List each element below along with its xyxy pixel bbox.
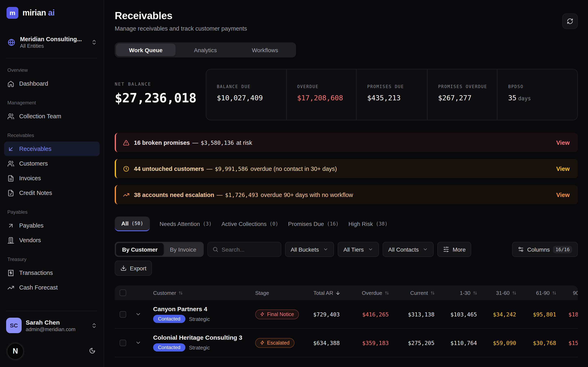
filter-high-risk[interactable]: High Risk(38)	[348, 217, 388, 231]
contacts-dropdown[interactable]: All Contacts	[383, 242, 434, 257]
col-overdue[interactable]: Overdue	[341, 290, 389, 296]
col-stage[interactable]: Stage	[255, 290, 299, 296]
table-row[interactable]: Sage Hill Advisory 4	[115, 357, 578, 367]
customer-name[interactable]: Colonial Heritage Consulting 3	[153, 334, 255, 341]
stat-promises-due: PROMISES DUE $435,213	[356, 69, 427, 120]
tiers-dropdown[interactable]: All Tiers	[338, 242, 379, 257]
search-icon	[212, 246, 218, 252]
chevrons-up-down-icon	[91, 322, 97, 328]
org-switcher[interactable]: Meridian Consulting... All Entities	[4, 34, 100, 50]
sidebar-item-label: Invoices	[19, 175, 41, 182]
sidebar-item-vendors[interactable]: Vendors	[4, 233, 100, 248]
sidebar-item-customers[interactable]: Customers	[4, 156, 100, 171]
sidebar-item-label: Dashboard	[19, 80, 48, 87]
receivables-table: Customer Stage Total AR Overdue Current …	[115, 285, 578, 367]
alert-view-link[interactable]: View	[556, 192, 570, 198]
file-check-icon	[7, 189, 14, 196]
brand-name-accent: ai	[48, 8, 55, 17]
col-31-60[interactable]: 31-60	[478, 290, 517, 296]
stage-badge: Escalated	[255, 338, 294, 348]
moon-icon[interactable]	[89, 347, 95, 354]
cell-overdue: $359,183	[341, 340, 389, 346]
sidebar-item-dashboard[interactable]: Dashboard	[4, 76, 100, 91]
expand-row-chevron-icon[interactable]	[131, 311, 145, 317]
sort-icon	[430, 290, 435, 295]
alert-view-link[interactable]: View	[556, 139, 570, 146]
row-checkbox[interactable]	[120, 311, 126, 317]
sidebar-item-receivables[interactable]: Receivables	[4, 142, 100, 156]
alert-lead: 44 untouched customers	[134, 165, 204, 172]
col-customer[interactable]: Customer	[145, 290, 255, 296]
filter-promises-due[interactable]: Promises Due(16)	[288, 217, 339, 231]
sidebar-item-transactions[interactable]: Transactions	[4, 266, 100, 280]
col-total-ar[interactable]: Total AR	[299, 290, 341, 296]
sidebar: m mirian ai Meridian Consulting... All E…	[0, 0, 104, 367]
sidebar-item-cash-forecast[interactable]: Cash Forecast	[4, 280, 100, 295]
search-input[interactable]	[222, 246, 276, 253]
row-checkbox[interactable]	[120, 340, 126, 346]
buckets-dropdown[interactable]: All Buckets	[285, 242, 334, 257]
sidebar-item-credit-notes[interactable]: Credit Notes	[4, 185, 100, 200]
alert-detail: overdue (no contact in 30+ days)	[251, 165, 337, 172]
stat-label: BALANCE DUE	[217, 84, 286, 89]
col-61-90[interactable]: 61-90	[517, 290, 557, 296]
cell-total-ar: $634,388	[299, 340, 341, 346]
status-badge: Contacted	[153, 315, 185, 323]
user-name: Sarah Chen	[26, 319, 76, 325]
sidebar-item-label: Cash Forecast	[19, 284, 58, 291]
table-row[interactable]: Canyon Partners 4 Contacted Strategic Fi…	[115, 300, 578, 329]
tab-analytics[interactable]: Analytics	[176, 44, 235, 56]
sidebar-nav: Overview Dashboard Management Collection…	[0, 67, 104, 295]
chevrons-up-down-icon	[91, 39, 97, 45]
dev-tools-badge[interactable]: N	[7, 343, 24, 360]
cell-90-plus: $15	[557, 340, 578, 346]
sidebar-item-invoices[interactable]: Invoices	[4, 171, 100, 185]
cell-31-60: $34,242	[478, 311, 517, 317]
columns-button[interactable]: Columns 16/16	[512, 242, 578, 257]
refresh-icon	[567, 18, 573, 25]
filter-all[interactable]: All(50)	[115, 217, 150, 231]
sidebar-item-collection-team[interactable]: Collection Team	[4, 109, 100, 124]
stage-badge: Final Notice	[255, 309, 299, 319]
alert-untouched-customers: 44 untouched customers — $9,991,586 over…	[115, 159, 578, 178]
user-menu[interactable]: SC Sarah Chen admin@meridian.com	[6, 318, 100, 333]
col-current[interactable]: Current	[389, 290, 435, 296]
tab-work-queue[interactable]: Work Queue	[116, 44, 176, 56]
alert-amount: $9,991,586	[215, 165, 248, 172]
refresh-button[interactable]	[562, 13, 578, 29]
sidebar-item-label: Customers	[19, 160, 48, 167]
brand-name: mirian ai	[22, 8, 54, 17]
alert-amount: $1,726,493	[225, 192, 258, 198]
tab-workflows[interactable]: Workflows	[235, 44, 295, 56]
alert-view-link[interactable]: View	[556, 165, 570, 172]
tier-label: Strategic	[189, 344, 210, 350]
cell-total-ar: $729,403	[299, 311, 341, 317]
export-button[interactable]: Export	[115, 261, 152, 276]
stat-balance-due: BALANCE DUE $10,027,409	[206, 69, 286, 120]
col-90-plus[interactable]: 90+	[557, 290, 578, 296]
arrow-up-right-icon	[7, 222, 14, 229]
sidebar-item-payables[interactable]: Payables	[4, 218, 100, 233]
brand: m mirian ai	[0, 0, 104, 19]
filter-needs-attention[interactable]: Needs Attention(3)	[160, 217, 212, 231]
download-icon	[121, 265, 127, 271]
customer-name[interactable]: Canyon Partners 4	[153, 305, 255, 312]
filter-active-collections[interactable]: Active Collections(0)	[222, 217, 278, 231]
table-row[interactable]: Colonial Heritage Consulting 3 Contacted…	[115, 329, 578, 357]
col-1-30[interactable]: 1-30	[435, 290, 478, 296]
table-header: Customer Stage Total AR Overdue Current …	[115, 285, 578, 300]
search-box	[207, 242, 281, 257]
more-filters-button[interactable]: More	[438, 242, 471, 257]
expand-row-chevron-icon[interactable]	[131, 340, 145, 346]
brand-name-main: mirian	[22, 8, 46, 17]
triangle-alert-icon	[123, 139, 130, 146]
segment-by-invoice[interactable]: By Invoice	[164, 243, 202, 256]
select-all-checkbox[interactable]	[120, 290, 126, 296]
alert-lead: 38 accounts need escalation	[134, 192, 214, 198]
zap-icon	[260, 341, 265, 345]
globe-icon	[7, 38, 16, 47]
segment-by-customer[interactable]: By Customer	[116, 243, 164, 256]
app-window: m mirian ai Meridian Consulting... All E…	[0, 0, 588, 367]
alert-lead: 16 broken promises	[134, 139, 190, 146]
sidebar-item-label: Transactions	[19, 269, 53, 276]
